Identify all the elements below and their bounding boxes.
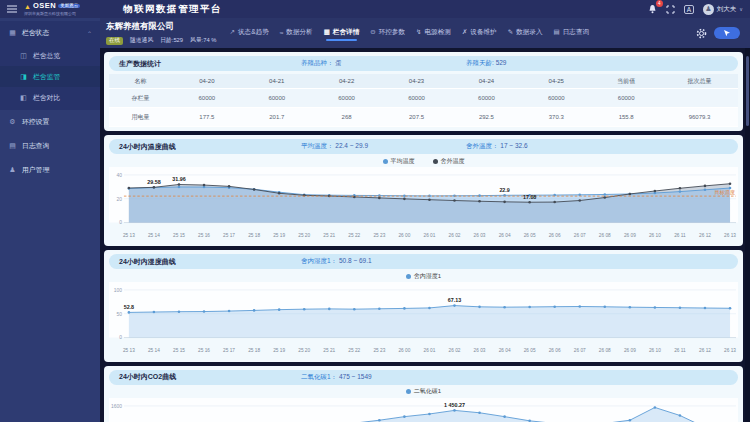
svg-text:67.13: 67.13 — [448, 298, 461, 304]
table-cell: 60000 — [451, 89, 521, 107]
legend-item[interactable]: 舍外温度 — [433, 157, 465, 166]
table-cell: 60000 — [312, 89, 382, 107]
table-header-cell: 04-22 — [312, 74, 382, 88]
humidity-label: 舍内湿度1： — [301, 257, 337, 264]
sidebar-subitem-icon: ◨ — [19, 73, 28, 81]
legend-item[interactable]: 舍内湿度1 — [406, 272, 441, 281]
vertical-scrollbar[interactable] — [745, 48, 750, 422]
table-header-cell: 名称 — [109, 74, 172, 88]
svg-text:31.96: 31.96 — [172, 176, 185, 182]
fullscreen-icon — [666, 5, 675, 14]
language-button[interactable]: A — [684, 5, 694, 14]
svg-text:25 19: 25 19 — [273, 233, 285, 238]
table-row: 存栏量60000600006000060000600006000060000 — [109, 89, 738, 108]
sidebar-item-icon: ▦ — [8, 29, 17, 37]
legend-item[interactable]: 平均温度 — [383, 157, 415, 166]
sidebar-group: ▤日志查询 — [0, 134, 100, 158]
toolbar-tab[interactable]: ↗状态&趋势 — [230, 23, 269, 44]
outdoor-temp-label: 舍外温度： — [466, 142, 499, 149]
hamburger-menu-icon[interactable] — [7, 5, 17, 13]
svg-text:26 13: 26 13 — [724, 349, 736, 354]
legend-label: 舍内湿度1 — [414, 272, 441, 281]
table-cell — [661, 89, 738, 107]
toolbar-tab[interactable]: ▦栏舍详情 — [324, 23, 360, 44]
svg-text:26 09: 26 09 — [624, 233, 636, 238]
svg-text:26 10: 26 10 — [649, 349, 661, 354]
toolbar-actions — [696, 27, 740, 39]
sidebar-item[interactable]: ♟用户管理 — [0, 158, 100, 182]
svg-text:26 11: 26 11 — [674, 349, 686, 354]
svg-text:29.58: 29.58 — [147, 179, 160, 185]
tab-label: 设备维护 — [470, 28, 496, 37]
svg-text:26 06: 26 06 — [549, 349, 561, 354]
svg-text:26 05: 26 05 — [524, 233, 536, 238]
svg-text:25 15: 25 15 — [173, 349, 185, 354]
table-header-cell: 批次总量 — [661, 74, 738, 88]
logo-subtitle: 深圳市奥斯恩云科技有限公司 — [24, 12, 116, 16]
svg-text:100: 100 — [114, 288, 122, 293]
production-stats-card: 生产数据统计 养殖品种： 蛋 养殖天龄: 529 名称04-2004-2104-… — [104, 52, 743, 131]
tab-label: 栏舍详情 — [333, 28, 359, 37]
svg-text:26 07: 26 07 — [574, 233, 586, 238]
table-header-cell: 当前值 — [591, 74, 661, 88]
company-name: 东辉养殖有限公司 — [106, 21, 217, 33]
svg-text:25 19: 25 19 — [273, 349, 285, 354]
scrollbar-thumb[interactable] — [746, 56, 749, 126]
sidebar-subitem[interactable]: ◨栏舍监管 — [0, 66, 100, 87]
svg-text:0: 0 — [119, 220, 122, 225]
svg-text:25 16: 25 16 — [198, 349, 210, 354]
toolbar-tab[interactable]: ⊙环控参数 — [370, 23, 405, 44]
toolbar-tab[interactable]: ↯电源检测 — [416, 23, 451, 44]
sidebar-item-label: 用户管理 — [22, 165, 49, 175]
tab-label: 数据录入 — [516, 28, 542, 37]
svg-text:25 20: 25 20 — [298, 349, 310, 354]
svg-text:26 13: 26 13 — [724, 233, 736, 238]
sidebar-item-label: 栏舍状态 — [22, 28, 49, 38]
svg-text:26 08: 26 08 — [599, 233, 611, 238]
notification-bell-button[interactable]: 4 — [648, 4, 657, 14]
table-cell: 155.8 — [591, 108, 661, 126]
humidity-chart-header: 24小时内湿度曲线 舍内湿度1： 50.8 ~ 69.1 — [109, 254, 738, 269]
sidebar-item[interactable]: ▦栏舍状态⌃ — [0, 21, 100, 45]
svg-text:25 17: 25 17 — [223, 349, 235, 354]
toolbar-tab[interactable]: ≈数据分析 — [280, 23, 313, 44]
breed-meta: 养殖品种： 蛋 — [301, 59, 466, 68]
humidity-chart-title: 24小时内湿度曲线 — [119, 257, 301, 267]
legend-item[interactable]: 二氧化碳1 — [406, 387, 441, 396]
avatar: ♟ — [703, 4, 714, 15]
tab-label: 状态&趋势 — [238, 28, 269, 37]
sidebar-item[interactable]: ▤日志查询 — [0, 134, 100, 158]
company-info-item: 日龄:529 — [160, 36, 183, 45]
company-info-item: 风量:74 % — [190, 36, 216, 45]
co2-meta: 二氧化碳1： 475 ~ 1549 — [301, 373, 466, 382]
tab-icon: ✎ — [508, 28, 513, 36]
breed-label: 养殖品种： — [301, 59, 334, 66]
sidebar-subitem[interactable]: ◧栏舍对比 — [0, 87, 100, 108]
toolbar-tab[interactable]: ✎数据录入 — [508, 23, 543, 44]
temperature-chart-title: 24小时内温度曲线 — [119, 142, 301, 152]
fullscreen-button[interactable] — [666, 5, 675, 14]
svg-text:25 17: 25 17 — [223, 233, 235, 238]
toolbar-tab[interactable]: ▤日志查询 — [554, 23, 590, 44]
table-header-cell: 04-24 — [451, 74, 521, 88]
svg-text:26 11: 26 11 — [674, 233, 686, 238]
svg-text:25 14: 25 14 — [148, 349, 160, 354]
legend-label: 二氧化碳1 — [414, 387, 441, 396]
toolbar-tab[interactable]: ✗设备维护 — [462, 23, 497, 44]
svg-text:26 04: 26 04 — [499, 349, 511, 354]
humidity-meta: 舍内湿度1： 50.8 ~ 69.1 — [301, 257, 466, 266]
tab-icon: ↗ — [230, 28, 235, 36]
remote-cursor-button[interactable] — [714, 27, 740, 39]
user-menu[interactable]: ♟ 刘大夫 ∨ — [703, 4, 743, 15]
co2-chart-canvas: 080016001 450.2725 1325 1425 1525 1625 1… — [109, 398, 738, 422]
svg-text:25 23: 25 23 — [373, 233, 385, 238]
humidity-chart-card: 24小时内湿度曲线 舍内湿度1： 50.8 ~ 69.1 舍内湿度1 05010… — [104, 250, 743, 361]
settings-gear-button[interactable] — [696, 28, 707, 39]
svg-text:50: 50 — [116, 312, 122, 317]
sidebar-item[interactable]: ⚙环控设置 — [0, 110, 100, 134]
svg-text:25 21: 25 21 — [323, 349, 335, 354]
table-header-cell: 04-23 — [382, 74, 452, 88]
sidebar-item-label: 日志查询 — [22, 141, 49, 151]
sidebar-subitem[interactable]: ◫栏舍总览 — [0, 45, 100, 66]
co2-chart-card: 24小时内CO2曲线 二氧化碳1： 475 ~ 1549 二氧化碳1 08001… — [104, 366, 743, 422]
